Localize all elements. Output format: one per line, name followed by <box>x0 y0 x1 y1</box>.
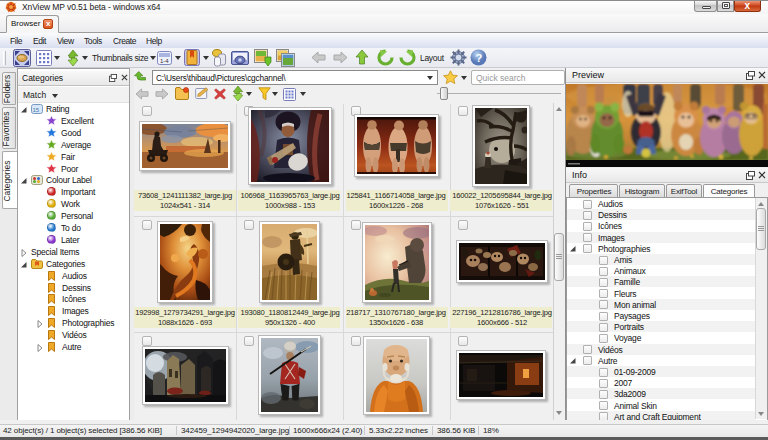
svg-text:1-4: 1-4 <box>160 58 169 64</box>
svg-text:15: 15 <box>33 107 40 113</box>
svg-text:?: ? <box>476 52 483 64</box>
